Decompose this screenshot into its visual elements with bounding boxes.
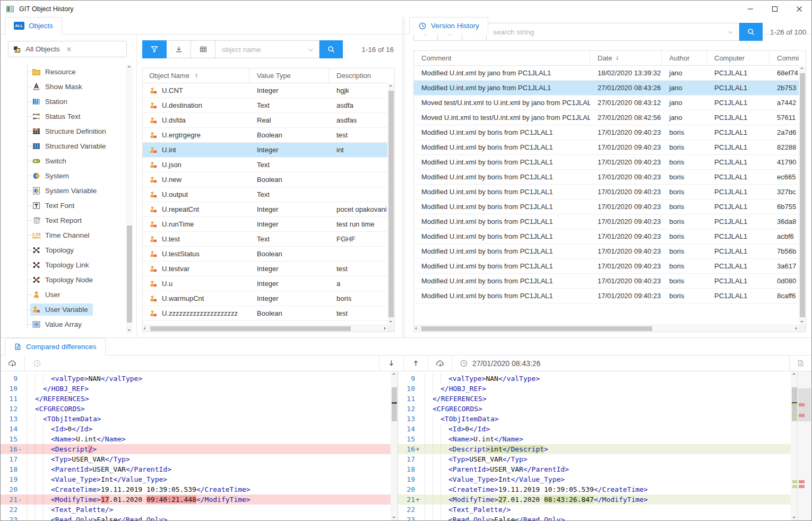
- column-comment[interactable]: Comment: [414, 51, 590, 65]
- version-row[interactable]: Modified U.int.xml by boris from PC1JLAL…: [414, 140, 799, 155]
- scroll-thumb[interactable]: [421, 326, 652, 331]
- tree-item[interactable]: Show Mask: [1, 79, 124, 94]
- scroll-thumb[interactable]: [800, 73, 805, 317]
- object-row[interactable]: U.new Boolean: [143, 172, 387, 187]
- maximize-button[interactable]: [763, 1, 787, 17]
- close-button[interactable]: [787, 1, 811, 17]
- scroll-right-icon[interactable]: [381, 325, 387, 332]
- tree-item[interactable]: System Variable: [1, 183, 124, 198]
- next-difference-button[interactable]: [379, 355, 403, 371]
- object-table-vscroll[interactable]: [387, 83, 394, 325]
- tree-item[interactable]: 1:23 Time Channel: [1, 228, 124, 242]
- object-row[interactable]: U.repeatCnt Integer pocet opakovani: [143, 202, 387, 217]
- version-row[interactable]: Modified U.int.xml by boris from PC1JLAL…: [414, 289, 799, 303]
- column-commit[interactable]: Commit: [770, 51, 799, 65]
- tree-item[interactable]: System: [1, 168, 124, 183]
- column-object-name[interactable]: Object Name: [143, 68, 249, 83]
- history-search-button[interactable]: [739, 23, 763, 41]
- export-button[interactable]: [167, 40, 191, 58]
- version-row[interactable]: Modified U.int.xml by boris from PC1JLAL…: [414, 274, 799, 289]
- scroll-thumb[interactable]: [127, 225, 132, 323]
- tree-item[interactable]: User: [1, 287, 124, 302]
- tree-scrollbar[interactable]: [126, 64, 133, 333]
- tree-item[interactable]: Status Text: [1, 109, 124, 124]
- object-row[interactable]: U.int Integer int: [143, 143, 387, 158]
- version-row[interactable]: Modified U.int.xml by boris from PC1JLAL…: [414, 229, 799, 244]
- tree-item[interactable]: Structure Definition: [1, 124, 124, 138]
- download-left-version-button[interactable]: [1, 355, 25, 371]
- object-row[interactable]: U.u Integer a: [143, 276, 387, 291]
- version-row[interactable]: Modified U.int.xml by boris from PC1JLAL…: [414, 214, 799, 229]
- scroll-down-icon[interactable]: [126, 326, 133, 333]
- scroll-down-icon[interactable]: [799, 318, 806, 325]
- tab-objects[interactable]: ALL Objects: [5, 17, 62, 34]
- tab-version-history[interactable]: Version History: [409, 17, 488, 34]
- object-row[interactable]: U.testvar Integer test: [143, 262, 387, 276]
- remove-filter-icon[interactable]: [65, 46, 73, 53]
- columns-button[interactable]: [191, 40, 215, 58]
- version-row[interactable]: Modified U.int.xml by boris from PC1JLAL…: [414, 185, 799, 199]
- tree-item[interactable]: Station: [1, 94, 124, 109]
- previous-difference-button[interactable]: [403, 355, 428, 371]
- tree-item[interactable]: Value Array: [1, 317, 124, 332]
- scroll-up-icon[interactable]: [387, 83, 394, 90]
- version-row[interactable]: Modified U.int.xml by boris from PC1JLAL…: [414, 259, 799, 274]
- tree-item[interactable]: Topology Link: [1, 257, 124, 272]
- version-row[interactable]: Modified U.int.xml by boris from PC1JLAL…: [414, 244, 799, 259]
- column-author[interactable]: Author: [662, 51, 707, 65]
- object-row[interactable]: U.CNT Integer hgjk: [143, 83, 387, 98]
- tree-item[interactable]: Text Report: [1, 213, 124, 228]
- tree-item[interactable]: Resource: [1, 64, 124, 79]
- object-row[interactable]: U.testStatus Boolean: [143, 247, 387, 262]
- object-search-input[interactable]: [215, 41, 319, 58]
- object-row[interactable]: U.runTime Integer test run time: [143, 217, 387, 232]
- scroll-right-icon[interactable]: [792, 325, 799, 332]
- download-right-version-button[interactable]: [428, 355, 452, 371]
- object-search-button[interactable]: [319, 40, 343, 58]
- column-value-type[interactable]: Value Type: [249, 68, 329, 83]
- object-row[interactable]: U.dsfda Real asdfas: [143, 113, 387, 128]
- tab-compared-differences[interactable]: Compared differences: [5, 338, 106, 355]
- tree-item[interactable]: Switch: [1, 153, 124, 168]
- object-row[interactable]: U.zzzzzzzzzzzzzzzzzzzz Boolean test: [143, 306, 387, 321]
- scroll-down-icon[interactable]: [387, 318, 394, 325]
- diff-overview-ruler[interactable]: [797, 371, 811, 520]
- chevron-down-icon[interactable]: [727, 28, 735, 36]
- tree-item[interactable]: Structured Variable: [1, 138, 124, 153]
- chevron-down-icon[interactable]: [307, 46, 315, 54]
- column-date[interactable]: Date: [590, 51, 662, 65]
- minimize-button[interactable]: [738, 1, 763, 17]
- object-filter-chip[interactable]: All Objects: [8, 41, 127, 57]
- version-row[interactable]: Modified U.int.xml by boris from PC1JLAL…: [414, 199, 799, 214]
- version-row[interactable]: Modified U.int.xml by boris from PC1JLAL…: [414, 125, 799, 140]
- tree-item[interactable]: Topology: [1, 242, 124, 257]
- version-table-vscroll[interactable]: [799, 66, 806, 325]
- object-row[interactable]: U.destination Text asdfa: [143, 98, 387, 113]
- object-row[interactable]: U.warmupCnt Integer boris: [143, 291, 387, 306]
- version-row[interactable]: Modified U.int.xml by boris from PC1JLAL…: [414, 155, 799, 170]
- version-row[interactable]: Modified U.int.xml by boris from PC1JLAL…: [414, 170, 799, 185]
- version-row[interactable]: Moved test/U.int.xml to U.int.xml by jan…: [414, 95, 799, 110]
- tree-item[interactable]: User Variable: [1, 302, 124, 317]
- tree-item[interactable]: Text Font: [1, 198, 124, 213]
- tree-item[interactable]: Topology Node: [1, 272, 124, 287]
- scroll-left-icon[interactable]: [414, 325, 421, 332]
- scroll-down-icon[interactable]: [391, 514, 398, 520]
- object-table-hscroll[interactable]: [143, 325, 387, 332]
- scroll-thumb[interactable]: [388, 91, 394, 317]
- object-row[interactable]: U.test Text FGHF: [143, 232, 387, 247]
- object-row[interactable]: U.json Text: [143, 158, 387, 172]
- open-document-button[interactable]: [789, 355, 811, 371]
- column-description[interactable]: Description: [329, 68, 387, 83]
- version-row[interactable]: Moved U.int.xml to test/U.int.xml by jan…: [414, 110, 799, 125]
- version-row[interactable]: Modified U.int.xml by jano from PC1JLAL1…: [414, 81, 799, 95]
- version-table-hscroll[interactable]: [414, 325, 799, 332]
- diff-old-vscroll[interactable]: [391, 371, 398, 520]
- filter-button[interactable]: [142, 40, 167, 58]
- object-row[interactable]: U.ergtrgegre Boolean test: [143, 128, 387, 143]
- scroll-left-icon[interactable]: [143, 325, 150, 332]
- history-search-input[interactable]: [487, 23, 739, 40]
- scroll-thumb[interactable]: [150, 326, 351, 331]
- scroll-up-icon[interactable]: [126, 64, 133, 71]
- column-computer[interactable]: Computer: [707, 51, 770, 65]
